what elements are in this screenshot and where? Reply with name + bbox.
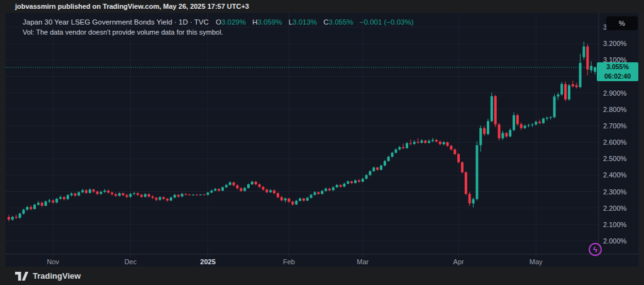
legend-row-main: Japan 30 Year LSEG Government Bonds Yiel… — [23, 18, 418, 26]
percent-icon: % — [619, 20, 625, 27]
ohlc-open-value: 3.029% — [221, 18, 246, 26]
symbol-legend: Japan 30 Year LSEG Government Bonds Yiel… — [23, 18, 418, 36]
svg-text:2.100%: 2.100% — [603, 221, 627, 228]
svg-text:2.700%: 2.700% — [603, 122, 627, 130]
bar-countdown: 06:02:40 — [597, 72, 638, 81]
svg-text:2025: 2025 — [200, 258, 215, 265]
tradingview-brand-text: TradingView — [33, 271, 80, 281]
svg-text:2.600%: 2.600% — [603, 138, 627, 146]
svg-text:Feb: Feb — [283, 258, 295, 265]
chart-widget: 3.300%3.200%3.100%2.900%2.800%2.700%2.60… — [5, 13, 639, 267]
chart-surface[interactable]: 3.300%3.200%3.100%2.900%2.800%2.700%2.60… — [5, 13, 639, 267]
current-price-value: 3.055% — [597, 62, 638, 72]
ohlc-high-value: 3.059% — [257, 18, 282, 26]
ohlc-close-label: C — [323, 18, 328, 26]
svg-text:Mar: Mar — [357, 258, 369, 265]
ohlc-close-value: 3.055% — [329, 18, 353, 26]
svg-text:2.200%: 2.200% — [603, 204, 627, 212]
symbol-title: Japan 30 Year LSEG Government Bonds Yiel… — [23, 18, 209, 26]
svg-text:2.300%: 2.300% — [603, 188, 627, 196]
svg-text:Nov: Nov — [47, 258, 60, 265]
svg-text:Dec: Dec — [125, 258, 137, 265]
price-scale-unit-button[interactable]: % — [606, 16, 638, 30]
svg-text:May: May — [530, 258, 543, 265]
volume-message: Vol: The data vendor doesn't provide vol… — [23, 28, 418, 36]
svg-text:2.000%: 2.000% — [603, 237, 627, 245]
lightning-button[interactable]: ϟ — [589, 243, 602, 256]
tradingview-logo-icon — [15, 272, 28, 281]
svg-text:2.500%: 2.500% — [603, 155, 627, 162]
lightning-icon: ϟ — [593, 245, 597, 254]
svg-text:2.800%: 2.800% — [603, 106, 627, 113]
tradingview-brand-link[interactable]: TradingView — [15, 271, 80, 281]
change-value: −0.001 (−0.03%) — [360, 18, 414, 26]
published-text: jobvassmirn published on TradingView.com… — [15, 3, 249, 10]
svg-text:3.200%: 3.200% — [603, 40, 627, 47]
published-bar: jobvassmirn published on TradingView.com… — [0, 0, 644, 13]
ohlc-open-label: O — [216, 18, 221, 26]
ohlc-low-value: 3.013% — [292, 18, 317, 26]
footer-bar: TradingView — [0, 267, 644, 285]
svg-text:2.900%: 2.900% — [603, 89, 627, 97]
current-price-label: 3.055% 06:02:40 — [597, 62, 638, 81]
svg-text:2.400%: 2.400% — [603, 171, 627, 179]
svg-text:Apr: Apr — [453, 258, 464, 265]
